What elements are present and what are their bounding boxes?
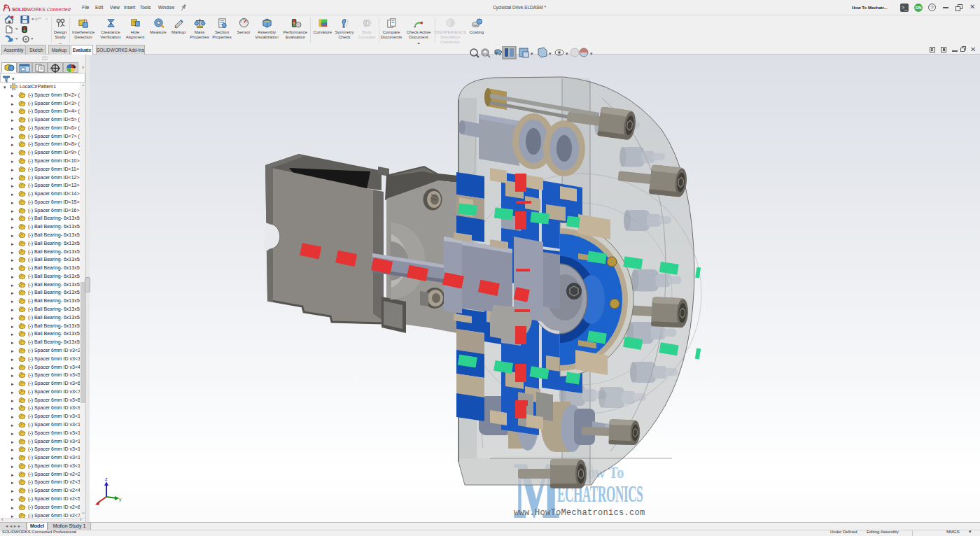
svg-text:▾: ▾: [531, 51, 533, 56]
svg-text:y: y: [119, 497, 122, 502]
svg-text:z: z: [105, 477, 108, 481]
svg-text:▾: ▾: [549, 51, 552, 56]
svg-text:▾: ▾: [566, 51, 568, 56]
svg-text:▾: ▾: [590, 51, 593, 56]
